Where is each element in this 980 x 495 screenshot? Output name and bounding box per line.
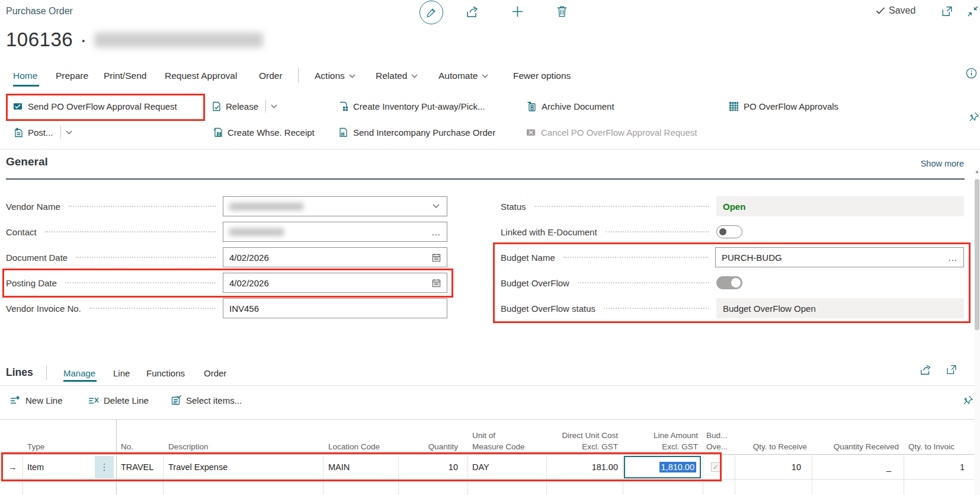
- col-header-budget-overflow[interactable]: Bud... Ove...: [706, 430, 728, 452]
- cell-direct-unit-cost[interactable]: 181.00: [545, 455, 618, 479]
- pencil-icon: [426, 7, 437, 18]
- posting-date-input[interactable]: [223, 278, 447, 288]
- contact-field[interactable]: ...: [223, 222, 447, 242]
- col-header-direct-unit-cost[interactable]: Direct Unit Cost Excl. GST: [545, 430, 618, 452]
- ellipsis-lookup-icon[interactable]: ...: [431, 227, 441, 237]
- lines-tab-manage[interactable]: Manage: [63, 368, 95, 378]
- delete-document-button[interactable]: [556, 5, 568, 18]
- popout-icon: [941, 5, 953, 17]
- release-button[interactable]: Release: [212, 94, 277, 119]
- cell-type[interactable]: Item: [27, 455, 44, 479]
- col-header-type[interactable]: Type: [27, 441, 44, 452]
- col-header-unit-of-measure[interactable]: Unit of Measure Code: [472, 430, 525, 452]
- cell-qty-to-receive[interactable]: 10: [729, 455, 801, 479]
- cell-border: [703, 455, 703, 495]
- lines-tab-line[interactable]: Line: [113, 368, 130, 378]
- contact-label: Contact: [6, 227, 37, 237]
- budget-name-field[interactable]: ...: [715, 247, 964, 267]
- menu-actions[interactable]: Actions: [315, 71, 356, 81]
- vendor-invoice-input[interactable]: [223, 304, 447, 314]
- scrollbar-up-arrow[interactable]: ▲: [974, 169, 980, 174]
- archive-document-button[interactable]: Archive Document: [527, 94, 614, 119]
- dotted-leader: [65, 282, 216, 283]
- cell-border: [623, 455, 623, 495]
- cell-unit-of-measure[interactable]: DAY: [472, 455, 489, 479]
- cell-location-code[interactable]: MAIN: [328, 455, 350, 479]
- menu-automate[interactable]: Automate: [438, 71, 488, 81]
- pin-actionbar-button[interactable]: [968, 111, 979, 123]
- field-contact: Contact ...: [6, 222, 447, 242]
- vendor-name-field[interactable]: [223, 196, 447, 216]
- create-inventory-putaway-button[interactable]: Create Inventory Put-away/Pick...: [339, 94, 485, 119]
- post-button[interactable]: Post...: [14, 120, 72, 145]
- cell-quantity[interactable]: 10: [385, 455, 458, 479]
- new-line-button[interactable]: New Line: [10, 389, 63, 411]
- edit-button[interactable]: [419, 1, 443, 24]
- cell-quantity-received[interactable]: _: [806, 455, 891, 479]
- field-budget-name: Budget Name ...: [501, 247, 964, 267]
- document-date-field[interactable]: [223, 247, 447, 267]
- inventory-document-icon: [339, 101, 348, 111]
- col-header-description[interactable]: Description: [168, 441, 209, 452]
- archive-label: Archive Document: [542, 101, 614, 111]
- show-more-link[interactable]: Show more: [889, 159, 964, 168]
- cell-description[interactable]: Travel Expense: [168, 455, 228, 479]
- delete-line-button[interactable]: Delete Line: [88, 389, 149, 411]
- tab-order[interactable]: Order: [259, 71, 283, 81]
- dotted-leader: [563, 257, 708, 258]
- tab-home[interactable]: Home: [13, 71, 37, 81]
- status-label: Status: [501, 202, 526, 212]
- col-header-quantity[interactable]: Quantity: [385, 441, 458, 452]
- row-options-button[interactable]: ⋮: [95, 456, 114, 478]
- tab-prepare[interactable]: Prepare: [56, 71, 88, 81]
- redacted-vendor-name: [229, 203, 303, 210]
- menu-related[interactable]: Related: [376, 71, 418, 81]
- pin-lines-toolbar-button[interactable]: [962, 395, 973, 406]
- po-overflow-approvals-button[interactable]: PO OverFlow Approvals: [729, 94, 838, 119]
- open-in-new-window-button[interactable]: [941, 5, 953, 17]
- col-header-qty-to-receive[interactable]: Qty. to Receive: [735, 441, 807, 452]
- lines-tab-order[interactable]: Order: [204, 368, 226, 378]
- menu-fewer-options[interactable]: Fewer options: [513, 71, 571, 81]
- create-whse-receipt-button[interactable]: Create Whse. Receipt: [213, 120, 315, 145]
- ellipsis-lookup-icon[interactable]: ...: [948, 253, 957, 263]
- cell-qty-to-invoice[interactable]: 1: [960, 455, 965, 479]
- dotted-leader: [578, 282, 709, 283]
- budget-name-input[interactable]: [716, 253, 963, 263]
- send-approval-icon: [13, 102, 23, 111]
- share-button[interactable]: [466, 5, 480, 18]
- tab-request-approval[interactable]: Request Approval: [165, 71, 237, 81]
- scrollbar-thumb[interactable]: [975, 179, 979, 330]
- document-date-label: Document Date: [6, 253, 68, 263]
- budget-overflow-toggle[interactable]: [716, 276, 742, 289]
- selected-line-amount-value: 1,810.00: [659, 462, 696, 472]
- cell-no[interactable]: TRAVEL: [121, 455, 153, 479]
- col-header-qty-to-invoice[interactable]: Qty. to Invoic: [908, 441, 955, 452]
- col-header-quantity-received[interactable]: Quantity Received: [812, 441, 899, 452]
- col-header-no[interactable]: No.: [121, 441, 133, 452]
- send-intercompany-po-button[interactable]: Send Intercompany Purchase Order: [339, 120, 495, 145]
- col-header-location-code[interactable]: Location Code: [328, 441, 380, 452]
- new-document-button[interactable]: [511, 5, 524, 18]
- section-divider: [0, 149, 980, 149]
- linked-edocument-toggle[interactable]: [716, 225, 742, 238]
- cell-line-amount-focused[interactable]: 1,810.00: [624, 456, 701, 478]
- col-header-line-amount[interactable]: Line Amount Excl. GST: [626, 430, 698, 452]
- lines-share-button[interactable]: [920, 364, 933, 376]
- tab-print-send[interactable]: Print/Send: [104, 71, 146, 81]
- vendor-invoice-field[interactable]: [223, 298, 447, 318]
- intercompany-document-icon: [339, 127, 348, 138]
- vendor-name-label: Vendor Name: [6, 202, 60, 212]
- lines-open-in-window-button[interactable]: [946, 364, 957, 375]
- posting-date-field[interactable]: [223, 273, 447, 293]
- info-button[interactable]: [966, 68, 977, 79]
- lines-tab-functions[interactable]: Functions: [146, 368, 185, 378]
- budget-overflow-label: Budget OverFlow: [501, 278, 569, 288]
- send-po-overflow-approval-request-button[interactable]: Send PO OverFlow Approval Request: [13, 94, 177, 119]
- collapse-window-button[interactable]: [967, 5, 979, 17]
- select-items-button[interactable]: Select items...: [171, 389, 242, 411]
- cell-border: [163, 455, 164, 495]
- info-icon: [966, 68, 977, 79]
- redacted-contact: [229, 228, 284, 236]
- document-date-input[interactable]: [223, 253, 447, 263]
